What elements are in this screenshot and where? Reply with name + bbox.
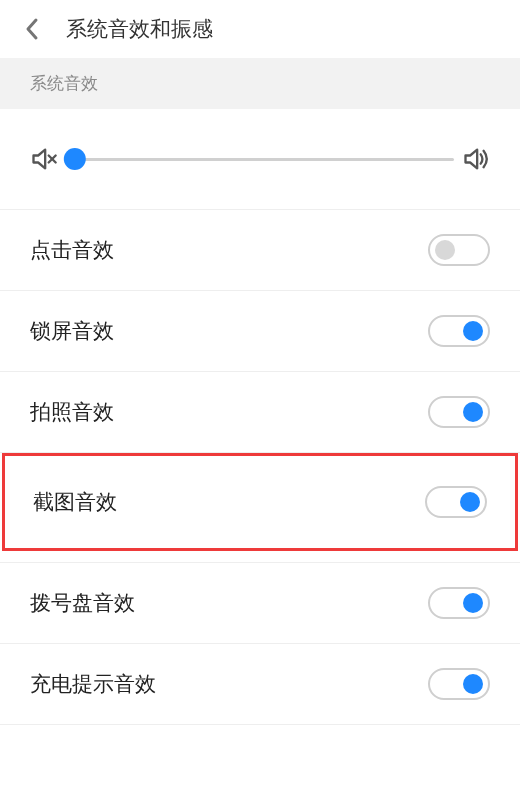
header: 系统音效和振感 [0, 0, 520, 58]
section-header: 系统音效 [0, 58, 520, 109]
setting-label: 锁屏音效 [30, 317, 114, 345]
toggle-screenshot-sound[interactable] [425, 486, 487, 518]
toggle-charging-sound[interactable] [428, 668, 490, 700]
toggle-knob [435, 240, 455, 260]
toggle-knob [463, 402, 483, 422]
setting-label: 拍照音效 [30, 398, 114, 426]
mute-icon [30, 145, 58, 173]
volume-slider-row [0, 109, 520, 210]
toggle-tap-sound[interactable] [428, 234, 490, 266]
volume-slider[interactable] [66, 158, 454, 161]
setting-label: 截图音效 [33, 488, 117, 516]
toggle-knob [463, 674, 483, 694]
setting-row-lock: 锁屏音效 [0, 291, 520, 372]
setting-label: 充电提示音效 [30, 670, 156, 698]
back-button[interactable] [12, 9, 52, 49]
toggle-knob [463, 593, 483, 613]
toggle-dialpad-sound[interactable] [428, 587, 490, 619]
page-title: 系统音效和振感 [66, 15, 213, 43]
setting-row-dialpad: 拨号盘音效 [0, 563, 520, 644]
volume-slider-thumb[interactable] [64, 148, 86, 170]
setting-row-charging: 充电提示音效 [0, 644, 520, 725]
toggle-camera-sound[interactable] [428, 396, 490, 428]
setting-row-tap: 点击音效 [0, 210, 520, 291]
chevron-left-icon [24, 17, 40, 41]
divider [0, 551, 520, 563]
toggle-lock-sound[interactable] [428, 315, 490, 347]
setting-row-screenshot: 截图音效 [5, 456, 515, 548]
toggle-knob [463, 321, 483, 341]
setting-row-camera: 拍照音效 [0, 372, 520, 453]
toggle-knob [460, 492, 480, 512]
volume-icon [462, 145, 490, 173]
setting-label: 点击音效 [30, 236, 114, 264]
highlight-box: 截图音效 [2, 453, 518, 551]
setting-label: 拨号盘音效 [30, 589, 135, 617]
